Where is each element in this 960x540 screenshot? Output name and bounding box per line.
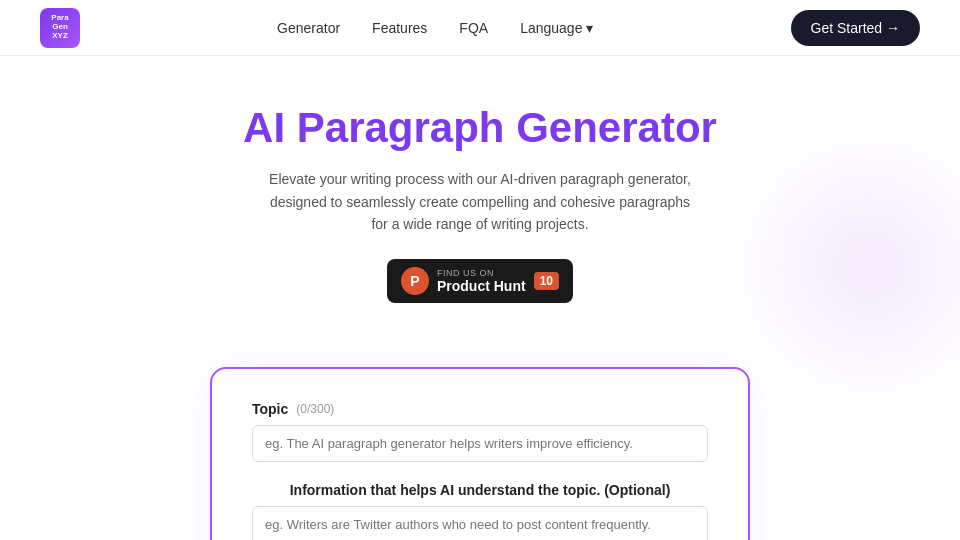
hero-subtitle: Elevate your writing process with our AI… [260,168,700,235]
hero-title: AI Paragraph Generator [20,104,940,152]
optional-label: Information that helps AI understand the… [252,482,708,498]
ph-find-label: FIND US ON [437,268,526,278]
ph-score-badge: 10 [534,272,559,290]
logo-icon: ParaGenXYZ [40,8,80,48]
nav-links: Generator Features FQA Language ▾ [277,20,593,36]
topic-input[interactable] [252,425,708,462]
logo[interactable]: ParaGenXYZ [40,8,80,48]
navbar: ParaGenXYZ Generator Features FQA Langua… [0,0,960,56]
get-started-button[interactable]: Get Started → [791,10,920,46]
generator-form-card: Topic (0/300) Information that helps AI … [210,367,750,540]
nav-language[interactable]: Language ▾ [520,20,593,36]
ph-name-label: Product Hunt [437,278,526,294]
product-hunt-icon: P [401,267,429,295]
topic-label: Topic (0/300) [252,401,708,417]
nav-generator[interactable]: Generator [277,20,340,36]
chevron-down-icon: ▾ [586,20,593,36]
topic-counter: (0/300) [296,402,334,416]
nav-features[interactable]: Features [372,20,427,36]
product-hunt-text: FIND US ON Product Hunt [437,268,526,294]
optional-textarea[interactable] [252,506,708,540]
hero-content: AI Paragraph Generator Elevate your writ… [0,56,960,540]
product-hunt-badge[interactable]: P FIND US ON Product Hunt 10 [387,259,573,303]
nav-fqa[interactable]: FQA [459,20,488,36]
hero-section: AI Paragraph Generator Elevate your writ… [0,56,960,540]
